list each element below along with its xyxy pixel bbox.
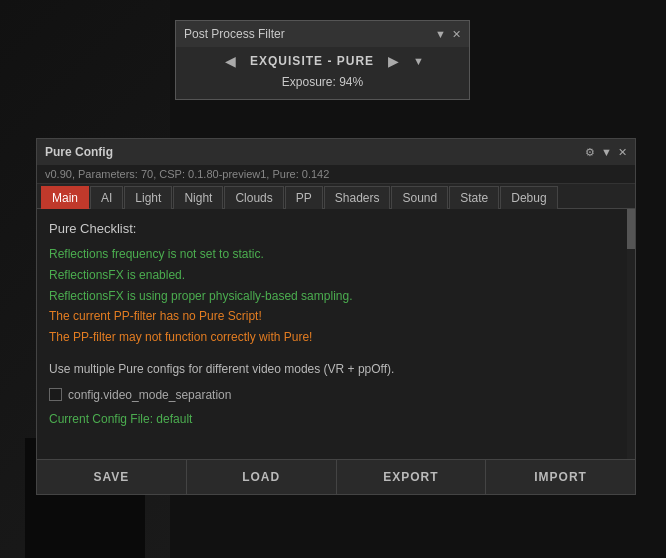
pc-tabs: Main AI Light Night Clouds PP Shaders So… [37, 184, 635, 209]
ppf-nav-right-button[interactable]: ▶ [384, 53, 403, 69]
video-mode-checkbox[interactable] [49, 388, 62, 401]
pc-scrollbar-thumb[interactable] [627, 209, 635, 249]
ppf-preset-name: EXQUISITE - PURE [250, 54, 374, 68]
ppf-nav: ◀ EXQUISITE - PURE ▶ ▼ [184, 53, 461, 69]
separator-text: Use multiple Pure configs for different … [49, 360, 623, 378]
import-button[interactable]: IMPORT [486, 460, 635, 494]
ppf-titlebar: Post Process Filter ▼ ✕ [176, 21, 469, 47]
pc-minimize-icon[interactable]: ▼ [601, 146, 612, 158]
tab-ai[interactable]: AI [90, 186, 123, 209]
ppf-exposure-label: Exposure: 94% [184, 75, 461, 89]
ppf-nav-left-button[interactable]: ◀ [221, 53, 240, 69]
checklist-item-1: Reflections frequency is not set to stat… [49, 246, 623, 263]
pc-close-button[interactable]: ✕ [618, 146, 627, 159]
pc-gear-icon[interactable]: ⚙ [585, 146, 595, 159]
checklist-item-2: ReflectionsFX is enabled. [49, 267, 623, 284]
tab-pp[interactable]: PP [285, 186, 323, 209]
checklist-item-5: The PP-filter may not function correctly… [49, 329, 623, 346]
current-config-label: Current Config File: default [49, 412, 623, 426]
ppf-titlebar-controls: ▼ ✕ [435, 28, 461, 41]
video-mode-label: config.video_mode_separation [68, 388, 231, 402]
checklist-title: Pure Checklist: [49, 221, 623, 236]
tab-light[interactable]: Light [124, 186, 172, 209]
ppf-window: Post Process Filter ▼ ✕ ◀ EXQUISITE - PU… [175, 20, 470, 100]
pc-footer: SAVE LOAD EXPORT IMPORT [37, 459, 635, 494]
pc-scrollbar[interactable] [627, 209, 635, 459]
pure-config-window: Pure Config ⚙ ▼ ✕ v0.90, Parameters: 70,… [36, 138, 636, 495]
ppf-title: Post Process Filter [184, 27, 285, 41]
save-button[interactable]: SAVE [37, 460, 187, 494]
checkbox-row: config.video_mode_separation [49, 388, 623, 402]
tab-main[interactable]: Main [41, 186, 89, 209]
tab-debug[interactable]: Debug [500, 186, 557, 209]
tab-night[interactable]: Night [173, 186, 223, 209]
ppf-close-button[interactable]: ✕ [452, 28, 461, 41]
ppf-content: ◀ EXQUISITE - PURE ▶ ▼ Exposure: 94% [176, 47, 469, 99]
load-button[interactable]: LOAD [187, 460, 337, 494]
checklist-item-4: The current PP-filter has no Pure Script… [49, 308, 623, 325]
export-button[interactable]: EXPORT [337, 460, 487, 494]
tab-clouds[interactable]: Clouds [224, 186, 283, 209]
checklist-item-3: ReflectionsFX is using proper physically… [49, 288, 623, 305]
tab-shaders[interactable]: Shaders [324, 186, 391, 209]
pc-titlebar-controls: ⚙ ▼ ✕ [585, 146, 627, 159]
pc-titlebar: Pure Config ⚙ ▼ ✕ [37, 139, 635, 165]
ppf-preset-dropdown-icon[interactable]: ▼ [413, 55, 424, 67]
pc-version-info: v0.90, Parameters: 70, CSP: 0.1.80-previ… [37, 165, 635, 184]
pc-body: Pure Checklist: Reflections frequency is… [37, 209, 635, 459]
tab-sound[interactable]: Sound [391, 186, 448, 209]
ppf-dropdown-arrow-icon[interactable]: ▼ [435, 28, 446, 40]
tab-state[interactable]: State [449, 186, 499, 209]
pc-title: Pure Config [45, 145, 113, 159]
